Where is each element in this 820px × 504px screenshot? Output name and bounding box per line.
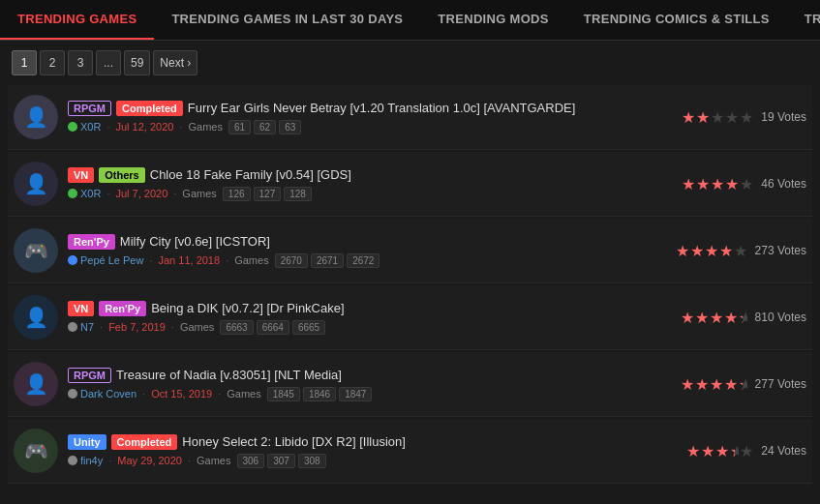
game-title[interactable]: Furry Ear Girls Never Betray [v1.20 Tran… xyxy=(188,101,575,115)
tab-trending-more[interactable]: TREN... xyxy=(787,0,820,40)
star-icon: ★ xyxy=(724,375,738,394)
star-icon: ★ xyxy=(696,175,710,193)
separator: · xyxy=(188,455,191,466)
game-info: VNRen'PyBeing a DIK [v0.7.2] [Dr PinkCak… xyxy=(68,301,671,335)
separator: · xyxy=(226,254,228,266)
page-num[interactable]: 2672 xyxy=(347,253,380,268)
star-icon: ★ xyxy=(696,108,710,127)
page-num[interactable]: 2670 xyxy=(275,253,308,268)
list-item[interactable]: 🎮UnityCompletedHoney Select 2: Libido [D… xyxy=(8,419,812,484)
separator: · xyxy=(179,121,182,133)
game-title[interactable]: Honey Select 2: Libido [DX R2] [Illusion… xyxy=(182,434,406,449)
page-btn-ellipsis: ... xyxy=(96,50,121,75)
page-num[interactable]: 306 xyxy=(237,454,265,468)
votes-count: 810 Votes xyxy=(755,311,806,324)
star-icon: ★ xyxy=(711,108,724,127)
game-right: ★★★★★19 Votes xyxy=(682,108,806,127)
page-num[interactable]: 63 xyxy=(279,120,301,134)
page-num[interactable]: 1847 xyxy=(339,387,372,401)
game-title[interactable]: Milfy City [v0.6e] [ICSTOR] xyxy=(120,234,270,249)
page-nums: 267026712672 xyxy=(275,253,380,268)
page-num[interactable]: 1845 xyxy=(267,387,300,401)
game-title[interactable]: Chloe 18 Fake Family [v0.54] [GDS] xyxy=(150,167,351,182)
page-num[interactable]: 308 xyxy=(298,454,326,468)
game-tag: Completed xyxy=(111,434,178,450)
star-icon: ★ xyxy=(724,309,738,327)
avatar: 🎮 xyxy=(14,228,58,273)
tab-trending-mods[interactable]: TRENDING MODS xyxy=(420,0,565,40)
separator: · xyxy=(100,321,103,333)
tab-trending-comics[interactable]: TRENDING COMICS & STILLS xyxy=(566,0,787,40)
game-meta: N7·Feb 7, 2019·Games666366646665 xyxy=(68,320,671,335)
page-btn-3[interactable]: 3 xyxy=(68,50,93,75)
star-icon: ★ xyxy=(681,375,694,394)
page-btn-next[interactable]: Next › xyxy=(153,50,197,75)
game-tag: Ren'Py xyxy=(68,234,115,250)
star-icon: ★ xyxy=(725,108,739,127)
avatar: 👤 xyxy=(14,95,58,139)
votes-count: 19 Votes xyxy=(761,110,806,124)
game-title-row: Ren'PyMilfy City [v0.6e] [ICSTOR] xyxy=(68,234,666,250)
page-num[interactable]: 6665 xyxy=(292,320,325,335)
game-title[interactable]: Treasure of Nadia [v.83051] [NLT Media] xyxy=(116,368,342,382)
avatar: 👤 xyxy=(14,362,58,406)
list-item[interactable]: 👤VNRen'PyBeing a DIK [v0.7.2] [Dr PinkCa… xyxy=(8,285,812,350)
author-name[interactable]: X0R xyxy=(80,188,101,199)
star-rating: ★★★★★★ xyxy=(681,309,747,327)
game-title-row: RPGMCompletedFurry Ear Girls Never Betra… xyxy=(68,101,672,116)
star-icon: ★ xyxy=(740,108,753,127)
author-name[interactable]: N7 xyxy=(80,321,94,333)
game-author: X0R xyxy=(68,188,101,199)
page-num[interactable]: 6664 xyxy=(257,320,289,335)
tab-trending-30days[interactable]: TRENDING GAMES IN LAST 30 DAYS xyxy=(154,0,420,40)
status-dot xyxy=(68,322,77,332)
list-item[interactable]: 👤RPGMCompletedFurry Ear Girls Never Betr… xyxy=(8,85,812,150)
votes-count: 273 Votes xyxy=(755,244,806,257)
star-icon: ★ xyxy=(719,242,733,260)
author-name[interactable]: Dark Coven xyxy=(80,388,137,400)
page-num[interactable]: 307 xyxy=(267,454,295,468)
page-num[interactable]: 62 xyxy=(254,120,276,134)
page-btn-1[interactable]: 1 xyxy=(12,50,37,75)
star-icon: ★ xyxy=(705,242,718,260)
game-tag: VN xyxy=(68,167,94,183)
star-icon: ★ xyxy=(690,242,704,260)
star-rating: ★★★★★★ xyxy=(681,375,747,394)
page-num[interactable]: 128 xyxy=(284,187,312,201)
page-num[interactable]: 2671 xyxy=(311,253,344,268)
page-num[interactable]: 127 xyxy=(254,187,282,201)
list-item[interactable]: 👤VNOthersChloe 18 Fake Family [v0.54] [G… xyxy=(8,152,812,217)
game-title[interactable]: Being a DIK [v0.7.2] [Dr PinkCake] xyxy=(151,301,344,315)
page-num[interactable]: 61 xyxy=(228,120,251,134)
page-btn-2[interactable]: 2 xyxy=(40,50,65,75)
game-right: ★★★★★★810 Votes xyxy=(681,309,806,327)
game-title-row: VNRen'PyBeing a DIK [v0.7.2] [Dr PinkCak… xyxy=(68,301,671,316)
list-item[interactable]: 👤RPGMTreasure of Nadia [v.83051] [NLT Me… xyxy=(8,352,812,417)
nav-tabs: TRENDING GAMES TRENDING GAMES IN LAST 30… xyxy=(0,0,820,41)
page-num[interactable]: 6663 xyxy=(220,320,253,335)
list-item[interactable]: 🎮Ren'PyMilfy City [v0.6e] [ICSTOR]Pepé L… xyxy=(8,219,812,283)
star-icon: ★★ xyxy=(739,309,747,327)
page-num[interactable]: 1846 xyxy=(303,387,336,401)
author-name[interactable]: fin4y xyxy=(80,455,103,466)
page-btn-59[interactable]: 59 xyxy=(124,50,150,75)
star-icon: ★ xyxy=(734,242,747,260)
star-rating: ★★★★★ xyxy=(682,175,753,193)
status-dot xyxy=(68,456,77,465)
author-name[interactable]: X0R xyxy=(80,121,101,133)
separator: · xyxy=(106,188,109,199)
star-icon: ★ xyxy=(686,442,700,460)
game-author: Pepé Le Pew xyxy=(68,254,143,266)
game-meta: Pepé Le Pew·Jan 11, 2018·Games2670267126… xyxy=(68,253,666,268)
tab-trending-games[interactable]: TRENDING GAMES xyxy=(0,0,154,40)
author-name[interactable]: Pepé Le Pew xyxy=(80,254,143,266)
votes-count: 24 Votes xyxy=(761,444,806,458)
game-category: Games xyxy=(197,455,230,466)
game-meta: X0R·Jul 7, 2020·Games126127128 xyxy=(68,187,672,201)
page-num[interactable]: 126 xyxy=(223,187,251,201)
game-info: RPGMCompletedFurry Ear Girls Never Betra… xyxy=(68,101,672,134)
star-rating: ★★★★★ xyxy=(676,242,747,260)
game-title-row: RPGMTreasure of Nadia [v.83051] [NLT Med… xyxy=(68,368,671,383)
game-category: Games xyxy=(180,321,214,333)
star-rating: ★★★★★★ xyxy=(686,442,753,460)
